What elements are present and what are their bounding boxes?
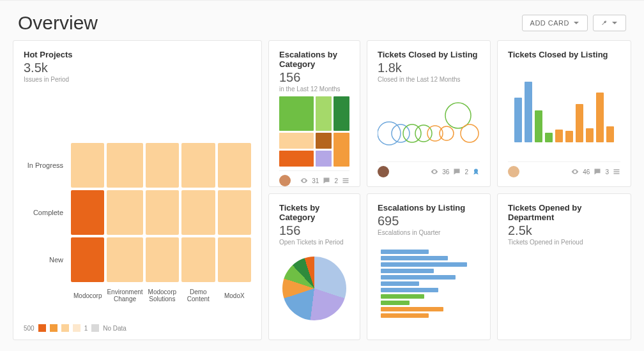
eye-icon bbox=[431, 168, 438, 176]
comment-icon bbox=[453, 168, 461, 176]
card-footer: 46 3 bbox=[508, 161, 620, 177]
card-title: Tickets Closed by Listing bbox=[378, 50, 480, 59]
chevron-down-icon bbox=[573, 20, 579, 26]
header-actions: ADD CARD bbox=[522, 15, 626, 31]
card-subtitle: Closed in the Last 12 Months bbox=[378, 76, 480, 83]
card-footer: 31 2 bbox=[279, 170, 349, 186]
views-count: 36 bbox=[442, 168, 449, 176]
svg-point-7 bbox=[461, 124, 479, 142]
card-value: 3.5k bbox=[24, 61, 251, 75]
svg-point-6 bbox=[440, 126, 454, 140]
wrench-icon bbox=[601, 20, 608, 26]
card-subtitle: Open Tickets in Period bbox=[279, 239, 349, 246]
avatar bbox=[508, 166, 519, 177]
comment-icon bbox=[323, 177, 330, 184]
svg-point-5 bbox=[427, 126, 443, 141]
treemap-chart bbox=[279, 96, 349, 167]
card-tickets-closed-bubbles[interactable]: Tickets Closed by Listing 1.8k Closed in… bbox=[367, 40, 491, 187]
comments-count: 2 bbox=[464, 168, 468, 176]
card-subtitle: Escalations in Quarter bbox=[378, 229, 480, 236]
card-title: Escalations by Category bbox=[279, 50, 349, 69]
card-tickets-category[interactable]: Tickets by Category 156 Open Tickets in … bbox=[268, 193, 360, 340]
badge-icon bbox=[472, 168, 480, 176]
card-subtitle: in the Last 12 Months bbox=[279, 86, 349, 93]
legend-500: 500 bbox=[24, 325, 34, 332]
svg-point-8 bbox=[474, 169, 478, 173]
card-value: 156 bbox=[279, 223, 349, 238]
legend-nodata: No Data bbox=[103, 325, 126, 332]
card-escalations-listing[interactable]: Escalations by Listing 695 Escalations i… bbox=[367, 193, 491, 340]
card-footer: 36 2 bbox=[378, 161, 480, 177]
page-header: Overview ADD CARD bbox=[0, 0, 644, 40]
page-title: Overview bbox=[18, 12, 98, 34]
chevron-down-icon bbox=[611, 20, 618, 26]
add-card-label: ADD CARD bbox=[530, 19, 569, 27]
bubble-chart bbox=[378, 94, 480, 151]
views-count: 46 bbox=[583, 168, 590, 176]
heatmap-legend: 500 1 No Data bbox=[24, 324, 251, 332]
comments-count: 2 bbox=[334, 177, 338, 184]
card-value: 2.5k bbox=[508, 223, 620, 238]
card-subtitle: Tickets Opened in Perioud bbox=[508, 239, 620, 246]
card-title: Tickets Opened by Department bbox=[508, 203, 620, 222]
eye-icon bbox=[571, 168, 579, 176]
hbar-chart bbox=[381, 250, 477, 318]
dashboard-grid: Hot Projects 3.5k Issues in Period In Pr… bbox=[0, 40, 644, 351]
card-title: Escalations by Listing bbox=[378, 203, 480, 213]
comment-icon bbox=[594, 168, 601, 176]
add-card-button[interactable]: ADD CARD bbox=[522, 15, 588, 31]
list-icon bbox=[613, 168, 620, 176]
card-subtitle: Issues in Period bbox=[24, 76, 251, 83]
card-value: 695 bbox=[378, 214, 480, 228]
list-icon bbox=[342, 177, 349, 184]
views-count: 31 bbox=[312, 177, 319, 184]
card-title: Tickets Closed by Listing bbox=[508, 50, 620, 59]
legend-1: 1 bbox=[84, 325, 88, 332]
bar-chart bbox=[514, 78, 614, 142]
avatar bbox=[378, 166, 389, 177]
card-hot-projects[interactable]: Hot Projects 3.5k Issues in Period In Pr… bbox=[13, 40, 262, 340]
card-title: Tickets by Category bbox=[279, 203, 349, 222]
card-escalations-category[interactable]: Escalations by Category 156 in the Last … bbox=[268, 40, 360, 187]
card-title: Hot Projects bbox=[24, 50, 251, 59]
avatar bbox=[279, 175, 291, 186]
card-tickets-closed-bars[interactable]: Tickets Closed by Listing 46 3 bbox=[497, 40, 631, 187]
grouped-bar-chart bbox=[508, 257, 620, 320]
card-tickets-opened[interactable]: Tickets Opened by Department 2.5k Ticket… bbox=[497, 193, 631, 340]
card-value: 156 bbox=[279, 70, 349, 85]
pie-chart bbox=[282, 257, 346, 320]
heatmap-chart: In ProgressCompleteNewModocorpEnvironmen… bbox=[24, 143, 251, 332]
eye-icon bbox=[300, 177, 308, 184]
comments-count: 3 bbox=[605, 168, 609, 176]
card-value: 1.8k bbox=[378, 61, 480, 75]
settings-button[interactable] bbox=[593, 15, 626, 31]
